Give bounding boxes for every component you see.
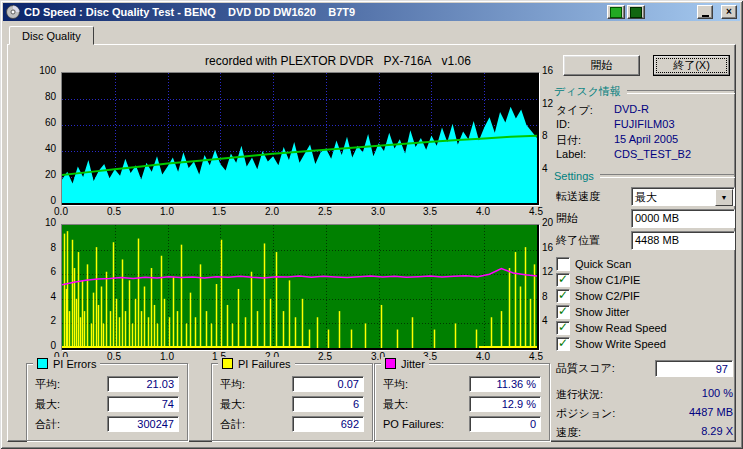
tick-label: 8 [24, 243, 56, 253]
tick-label: 2.5 [311, 352, 339, 362]
checkbox-show-jitter[interactable]: Show Jitter [556, 304, 735, 320]
disc-date-label: 日付: [556, 133, 614, 147]
speed-setting-label: 転送速度 [556, 189, 631, 204]
tick-label: 20 [542, 218, 553, 228]
jitter-swatch-icon [385, 358, 396, 369]
stat-value: 300247 [107, 416, 179, 432]
pi-failures-chart [61, 224, 540, 351]
checkbox-show-read-speed[interactable]: Show Read Speed [556, 320, 735, 336]
tick-label: 4.0 [469, 207, 497, 217]
stat-value: 12.9 % [469, 396, 541, 412]
stat-row: 平均: 11.36 % [383, 376, 541, 392]
position-row: ポジション: 4487 MB [556, 406, 733, 425]
bottom-chart-left-axis: 10 8 6 4 2 0 [24, 224, 56, 347]
app-icon [6, 5, 20, 19]
window-title: CD Speed : Disc Quality Test - BENQ DVD … [24, 6, 607, 18]
disc-info-row: タイプ: DVD-R [556, 103, 735, 117]
minimize-button[interactable] [697, 5, 713, 19]
tick-label: 3.0 [364, 207, 392, 217]
tick-label: 2 [24, 316, 56, 326]
pi-errors-legend: PI Errors [33, 357, 100, 370]
speed-setting-row: 転送速度 最大 ▼ [556, 186, 735, 206]
disc-id-label: ID: [556, 118, 614, 132]
checkbox-label: Show Write Speed [575, 338, 666, 350]
tick-label: 3.5 [416, 207, 444, 217]
tick-label: 4.0 [469, 352, 497, 362]
quality-score-row: 品質スコア: 97 [556, 360, 733, 377]
tick-label: 12 [542, 267, 553, 277]
pi-failures-chart-canvas [62, 225, 537, 348]
end-position-label: 終了位置 [556, 233, 631, 248]
tick-label: 4.5 [522, 207, 550, 217]
tick-label: 0 [24, 341, 56, 351]
stat-label: 最大: [383, 397, 408, 412]
stat-value: 74 [107, 396, 179, 412]
minimize-icon [702, 15, 709, 17]
titlebar-buttons: × [607, 5, 737, 19]
settings-header: Settings [554, 170, 735, 182]
checkbox-label: Show Jitter [575, 306, 629, 318]
dropdown-button[interactable]: ▼ [715, 189, 733, 206]
jitter-legend: Jitter [381, 357, 429, 370]
stat-label: 合計: [220, 417, 245, 432]
tick-label: 1.0 [153, 207, 181, 217]
disc-info-header-label: ディスク情報 [554, 84, 621, 99]
titlebar-spacer [647, 12, 695, 13]
disc-info-row: Label: CDS_TEST_B2 [556, 148, 735, 162]
checkbox-label: Quick Scan [575, 258, 631, 270]
stat-row: 最大: 74 [35, 396, 179, 412]
stat-label: 平均: [35, 377, 60, 392]
disc-info-row: 日付: 15 April 2005 [556, 133, 735, 147]
tick-label: 1.0 [153, 352, 181, 362]
app-window: CD Speed : Disc Quality Test - BENQ DVD … [0, 0, 743, 449]
jitter-legend-label: Jitter [401, 358, 425, 370]
tab-disc-quality[interactable]: Disc Quality [9, 26, 94, 45]
progress-label: 進行状況: [556, 387, 603, 406]
stat-row: 最大: 12.9 % [383, 396, 541, 412]
disc-type-label: タイプ: [556, 103, 614, 117]
speed-select[interactable]: 最大 ▼ [631, 187, 735, 206]
top-chart-left-axis: 100 80 60 40 20 0 [24, 72, 56, 202]
exit-button[interactable]: 終了(X) [653, 55, 730, 76]
close-button[interactable]: × [721, 5, 737, 19]
speed-row: 速度: 8.29 X [556, 425, 733, 444]
checkbox-show-c2-pif[interactable]: Show C2/PIF [556, 288, 735, 304]
start-position-field[interactable]: 0000 MB [631, 209, 735, 228]
tick-label: 2.5 [311, 207, 339, 217]
pi-failures-swatch-icon [222, 358, 233, 369]
checkbox-box [556, 305, 570, 319]
pi-failures-legend: PI Failures [218, 357, 295, 370]
disc-info-row: ID: FUJIFILM03 [556, 118, 735, 132]
end-position-field[interactable]: 4488 MB [631, 231, 735, 250]
checkbox-quick-scan[interactable]: Quick Scan [556, 256, 735, 272]
position-value: 4487 MB [689, 406, 733, 425]
disc-info-header: ディスク情報 [554, 84, 735, 99]
action-buttons: 開始 終了(X) [563, 55, 735, 76]
start-position-row: 開始 0000 MB [556, 208, 735, 228]
tick-label: 8 [542, 131, 548, 141]
quality-score-label: 品質スコア: [556, 361, 615, 376]
start-button[interactable]: 開始 [563, 55, 640, 76]
checkbox-box [556, 273, 570, 287]
checkbox-box [556, 257, 570, 271]
tick-label: 6 [24, 267, 56, 277]
progress-row: 進行状況: 100 % [556, 387, 733, 406]
checkbox-show-write-speed[interactable]: Show Write Speed [556, 336, 735, 352]
speed-select-value: 最大 [635, 191, 657, 203]
dark-green-tool-icon [630, 7, 642, 18]
divider [600, 174, 735, 178]
checkbox-box [556, 321, 570, 335]
checkbox-show-c1-pie[interactable]: Show C1/PIE [556, 272, 735, 288]
top-chart-x-axis: 0.0 0.5 1.0 1.5 2.0 2.5 3.0 3.5 4.0 4.5 [61, 207, 538, 219]
tick-label: 4 [542, 316, 548, 326]
pi-failures-stats-group: PI Failures 平均: 0.07 最大: 6 合計: 692 [211, 363, 373, 441]
titlebar-tool-button-2[interactable] [627, 5, 645, 19]
disc-date-value: 15 April 2005 [614, 133, 678, 147]
pi-errors-stats-group: PI Errors 平均: 21.03 最大: 74 合計: 300247 [26, 363, 188, 441]
tick-label: 10 [24, 218, 56, 228]
titlebar-tool-button-1[interactable] [607, 5, 625, 19]
stat-label: 平均: [220, 377, 245, 392]
titlebar[interactable]: CD Speed : Disc Quality Test - BENQ DVD … [3, 3, 740, 21]
green-tool-icon [610, 7, 622, 18]
tick-label: 1.5 [205, 207, 233, 217]
